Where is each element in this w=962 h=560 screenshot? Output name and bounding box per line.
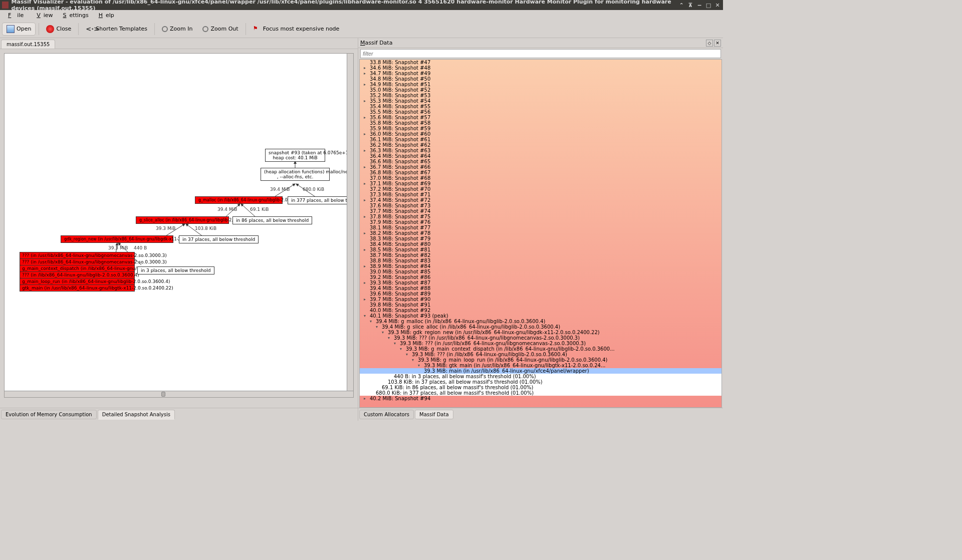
collapse-icon[interactable]: ▾ <box>382 330 387 335</box>
zoom-out-button[interactable]: Zoom Out <box>198 24 242 34</box>
collapse-icon[interactable]: ▾ <box>376 324 381 329</box>
tree-row[interactable]: 35.8 MiB: Snapshot #58 <box>360 120 722 126</box>
tree-row[interactable]: 33.8 MiB: Snapshot #47 <box>360 60 722 65</box>
tree-row[interactable]: 36.1 MiB: Snapshot #61 <box>360 137 722 142</box>
graph-node-377places[interactable]: in 377 places, all below threshold <box>288 196 354 204</box>
tree-row[interactable]: 40.0 MiB: Snapshot #92 <box>360 308 722 313</box>
tree-row[interactable]: 37.6 MiB: Snapshot #73 <box>360 203 722 208</box>
tree-row[interactable]: 38.1 MiB: Snapshot #77 <box>360 225 722 230</box>
tree-row[interactable]: 69.1 KiB: in 86 places, all below massif… <box>360 385 722 390</box>
tree-row[interactable]: 38.7 MiB: Snapshot #82 <box>360 252 722 258</box>
call-graph-view[interactable]: snapshot #93 (taken at 6.0765e+11i) heap… <box>4 53 354 398</box>
collapse-icon[interactable]: ▾ <box>370 319 375 324</box>
expand-icon[interactable]: ▸ <box>364 280 369 285</box>
tab-massif-data[interactable]: Massif Data <box>415 410 453 419</box>
tree-row[interactable]: 37.0 MiB: Snapshot #68 <box>360 175 722 181</box>
tree-row[interactable]: ▸34.6 MiB: Snapshot #48 <box>360 65 722 71</box>
tree-row[interactable]: ▸37.8 MiB: Snapshot #75 <box>360 214 722 219</box>
tree-row[interactable]: 39.3 MiB: main (in /usr/lib/x86_64-linux… <box>360 368 722 374</box>
tree-row[interactable]: 37.3 MiB: Snapshot #71 <box>360 192 722 197</box>
tree-row[interactable]: ▸39.7 MiB: Snapshot #90 <box>360 297 722 302</box>
expand-icon[interactable]: ▸ <box>364 115 369 120</box>
tree-row[interactable]: 37.9 MiB: Snapshot #76 <box>360 219 722 225</box>
expand-icon[interactable]: ▸ <box>364 396 369 401</box>
tree-row[interactable]: 35.2 MiB: Snapshot #53 <box>360 93 722 98</box>
tree-row[interactable]: ▾39.3 MiB: ??? (in /usr/lib/x86_64-linux… <box>360 335 722 341</box>
expand-icon[interactable]: ▸ <box>364 263 369 268</box>
tree-row[interactable]: 36.6 MiB: Snapshot #65 <box>360 159 722 164</box>
tree-row[interactable]: ▾39.3 MiB: ??? (in /usr/lib/x86_64-linux… <box>360 341 722 346</box>
tree-row[interactable]: 38.4 MiB: Snapshot #80 <box>360 241 722 247</box>
tree-row[interactable]: 35.9 MiB: Snapshot #59 <box>360 126 722 131</box>
expand-icon[interactable]: ▸ <box>364 98 369 103</box>
tree-row[interactable]: ▸35.3 MiB: Snapshot #54 <box>360 98 722 104</box>
graph-node-gmalloc[interactable]: g_malloc (in /lib/x86_64-linux-gnu/libgl… <box>195 196 283 204</box>
tree-row[interactable]: ▾39.4 MiB: g_malloc (in /lib/x86_64-linu… <box>360 319 722 324</box>
menu-settings[interactable]: Settings <box>57 11 92 20</box>
collapse-icon[interactable]: ▾ <box>394 341 399 346</box>
tree-row[interactable]: ▾39.3 MiB: ??? (in /lib/x86_64-linux-gnu… <box>360 352 722 357</box>
expand-icon[interactable]: ▸ <box>364 131 369 136</box>
tab-detailed-analysis[interactable]: Detailed Snapshot Analysis <box>98 410 175 420</box>
expand-icon[interactable]: ▸ <box>364 230 369 235</box>
expand-icon[interactable]: ▸ <box>364 247 369 252</box>
expand-icon[interactable]: ▸ <box>364 148 369 153</box>
graph-node-gslice[interactable]: g_slice_alloc (in /lib/x86_64-linux-gnu/… <box>136 216 229 224</box>
shorten-templates-button[interactable]: <·> Shorten Templates <box>82 23 151 35</box>
menu-view[interactable]: View <box>31 11 56 20</box>
graph-node-3places[interactable]: in 3 places, all below threshold <box>137 266 214 274</box>
tree-row[interactable]: ▸39.3 MiB: Snapshot #87 <box>360 280 722 286</box>
tree-row[interactable]: ▾39.4 MiB: g_slice_alloc (in /lib/x86_64… <box>360 324 722 330</box>
graph-node-heap-alloc[interactable]: (heap allocation functions) malloc/new/n… <box>261 168 330 181</box>
tree-row[interactable]: ▸34.7 MiB: Snapshot #49 <box>360 71 722 76</box>
tree-row[interactable]: ▾40.1 MiB: Snapshot #93 (peak) <box>360 313 722 319</box>
tree-row[interactable]: 39.6 MiB: Snapshot #89 <box>360 291 722 297</box>
pane-close-icon[interactable]: ✕ <box>714 40 721 47</box>
tree-row[interactable]: ▸38.9 MiB: Snapshot #84 <box>360 263 722 269</box>
window-maximize-icon[interactable]: □ <box>705 2 712 9</box>
tree-row[interactable]: 39.0 MiB: Snapshot #85 <box>360 269 722 274</box>
expand-icon[interactable]: ▸ <box>364 181 369 186</box>
graph-node-37places[interactable]: in 37 places, all below threshold <box>179 235 259 243</box>
tree-row[interactable]: 680.0 KiB: in 377 places, all below mass… <box>360 390 722 396</box>
tree-row[interactable]: ▾39.3 MiB: gtk_main (in /usr/lib/x86_64-… <box>360 363 722 368</box>
horizontal-scrollbar[interactable] <box>5 391 353 397</box>
tree-row[interactable]: ▸36.3 MiB: Snapshot #63 <box>360 148 722 153</box>
tree-row[interactable]: 39.2 MiB: Snapshot #86 <box>360 274 722 280</box>
tree-row[interactable]: 35.5 MiB: Snapshot #56 <box>360 109 722 115</box>
vertical-scrollbar[interactable] <box>347 54 353 391</box>
collapse-icon[interactable]: ▾ <box>364 313 369 318</box>
focus-expensive-button[interactable]: ⚑ Focus most expensive node <box>249 23 344 35</box>
tree-row[interactable]: 37.2 MiB: Snapshot #70 <box>360 186 722 192</box>
tree-row[interactable]: 34.8 MiB: Snapshot #50 <box>360 76 722 82</box>
expand-icon[interactable]: ▸ <box>364 214 369 219</box>
tree-row[interactable]: 39.4 MiB: Snapshot #88 <box>360 286 722 291</box>
snapshot-tree[interactable]: 33.8 MiB: Snapshot #47▸34.6 MiB: Snapsho… <box>359 59 722 408</box>
zoom-in-button[interactable]: Zoom In <box>158 24 196 34</box>
open-button[interactable]: Open <box>2 23 36 36</box>
tree-row[interactable]: 103.8 KiB: in 37 places, all below massi… <box>360 379 722 385</box>
tree-row[interactable]: ▸38.2 MiB: Snapshot #78 <box>360 230 722 236</box>
tree-row[interactable]: ▸35.6 MiB: Snapshot #57 <box>360 115 722 120</box>
graph-node-snapshot[interactable]: snapshot #93 (taken at 6.0765e+11i) heap… <box>265 149 325 162</box>
tree-row[interactable]: ▸37.1 MiB: Snapshot #69 <box>360 181 722 186</box>
tree-row[interactable]: 36.4 MiB: Snapshot #64 <box>360 153 722 159</box>
tree-row[interactable]: ▸36.7 MiB: Snapshot #66 <box>360 164 722 170</box>
collapse-icon[interactable]: ▾ <box>400 346 405 351</box>
tree-row[interactable]: ▾39.3 MiB: gdk_region_new (in /usr/lib/x… <box>360 330 722 335</box>
tree-row[interactable]: ▸36.0 MiB: Snapshot #60 <box>360 131 722 137</box>
expand-icon[interactable]: ▸ <box>364 65 369 70</box>
tree-row[interactable]: 39.8 MiB: Snapshot #91 <box>360 302 722 308</box>
detach-icon[interactable]: ◇ <box>706 40 713 47</box>
graph-node-86places[interactable]: in 86 places, all below threshold <box>232 216 312 224</box>
expand-icon[interactable]: ▸ <box>364 71 369 76</box>
tree-row[interactable]: 36.2 MiB: Snapshot #62 <box>360 142 722 148</box>
collapse-icon[interactable]: ▾ <box>418 363 423 368</box>
menu-help[interactable]: Help <box>93 11 117 20</box>
tree-row[interactable]: ▾39.3 MiB: g_main_context_dispatch (in /… <box>360 346 722 352</box>
graph-node-callstack[interactable]: ??? (in /usr/lib/x86_64-linux-gnu/libgno… <box>20 252 135 292</box>
tab-evolution[interactable]: Evolution of Memory Consumption <box>1 410 97 419</box>
tree-row[interactable]: ▾39.3 MiB: g_main_loop_run (in /lib/x86_… <box>360 357 722 363</box>
tree-row[interactable]: ▸34.9 MiB: Snapshot #51 <box>360 82 722 87</box>
tree-row[interactable]: 35.4 MiB: Snapshot #55 <box>360 104 722 109</box>
